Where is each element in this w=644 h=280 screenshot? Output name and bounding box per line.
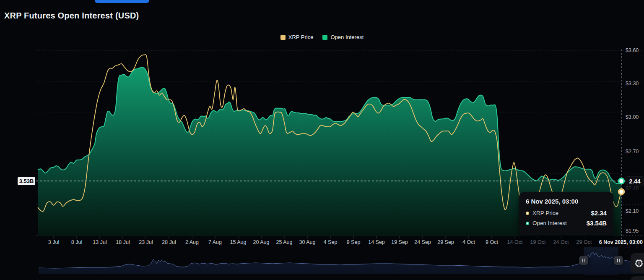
- x-axis-tick: 14 Sep: [368, 239, 385, 245]
- x-axis-tick: 19 Sep: [391, 239, 408, 245]
- navigator-strip[interactable]: [39, 247, 644, 275]
- x-axis-tick: 30 Aug: [299, 239, 316, 245]
- chart-tooltip: 6 Nov 2025, 03:00 XRP Price $2.34 Open I…: [519, 192, 613, 235]
- right-axis-current-badge: 2.44: [626, 177, 644, 186]
- x-axis-tick: 24 Oct: [553, 239, 569, 245]
- x-axis-tick: 8 Jul: [71, 239, 82, 245]
- right-axis-tick: $3.30: [626, 81, 639, 86]
- alert-seal-icon: !: [634, 258, 644, 269]
- secondary-floating-button[interactable]: [631, 276, 644, 280]
- tooltip-label: Open Interest: [532, 220, 567, 226]
- tooltip-value: $2.34: [591, 209, 607, 217]
- tooltip-label: XRP Price: [532, 210, 558, 216]
- x-axis-tick: 23 Jul: [139, 239, 153, 245]
- x-axis-tick: 2 Aug: [185, 239, 199, 245]
- x-axis-tick: 4 Oct: [462, 239, 475, 245]
- tooltip-row-xrp-price: XRP Price $2.34: [526, 209, 607, 217]
- chart-panel: XRP Futures Open Interest (USD) XRP Pric…: [0, 0, 644, 280]
- tooltip-value: $3.54B: [587, 220, 607, 227]
- right-axis-tick: $3.00: [626, 114, 639, 120]
- x-axis-tick: 4 Sep: [324, 239, 338, 245]
- x-axis-tick: 7 Aug: [208, 239, 222, 245]
- x-axis-labels: 3 Jul8 Jul13 Jul18 Jul23 Jul28 Jul2 Aug7…: [0, 239, 644, 247]
- right-axis-tick: $2.70: [626, 149, 639, 154]
- left-axis-current-badge: 3.53B: [18, 177, 35, 185]
- right-axis-tick: $3.60: [626, 47, 639, 53]
- main-chart-canvas[interactable]: [0, 0, 644, 280]
- navigator-right-handle[interactable]: [614, 256, 623, 265]
- x-axis-tick: 15 Aug: [230, 239, 247, 245]
- x-axis-tick: 24 Sep: [414, 239, 431, 245]
- alert-badge-button[interactable]: !: [631, 253, 644, 273]
- x-axis-tick: 9 Sep: [347, 239, 361, 245]
- navigator-area: [39, 252, 644, 274]
- x-axis-tick: 20 Aug: [253, 239, 270, 245]
- x-axis-tick: 19 Oct: [530, 239, 546, 245]
- tooltip-row-open-interest: Open Interest $3.54B: [526, 220, 607, 227]
- right-axis-tick: $1.95: [626, 228, 639, 234]
- tooltip-date: 6 Nov 2025, 03:00: [526, 198, 607, 205]
- open-interest-end-marker: [619, 178, 624, 184]
- right-axis-tick: $2.40: [626, 186, 639, 191]
- xrp-price-dot-icon: [526, 212, 529, 215]
- x-axis-tick: 29 Oct: [576, 239, 592, 245]
- x-axis-tick: 28 Jul: [162, 239, 176, 245]
- x-axis-tick: 9 Oct: [486, 239, 498, 245]
- x-axis-tick: 14 Oct: [507, 239, 523, 245]
- x-axis-tick: 18 Jul: [116, 239, 130, 245]
- x-axis-tick: 25 Aug: [276, 239, 293, 245]
- navigator-left-handle[interactable]: [579, 256, 588, 265]
- right-axis-tick: $2.10: [626, 208, 639, 214]
- x-axis-tick: 29 Sep: [437, 239, 454, 245]
- xrp-price-end-marker: [619, 189, 624, 194]
- x-axis-tick: 13 Jul: [93, 239, 106, 245]
- open-interest-dot-icon: [526, 222, 529, 225]
- svg-text:!: !: [638, 260, 640, 266]
- x-axis-tick: 3 Jul: [48, 239, 59, 245]
- crosshair-date-label: 6 Nov 2025, 03:00: [599, 239, 643, 245]
